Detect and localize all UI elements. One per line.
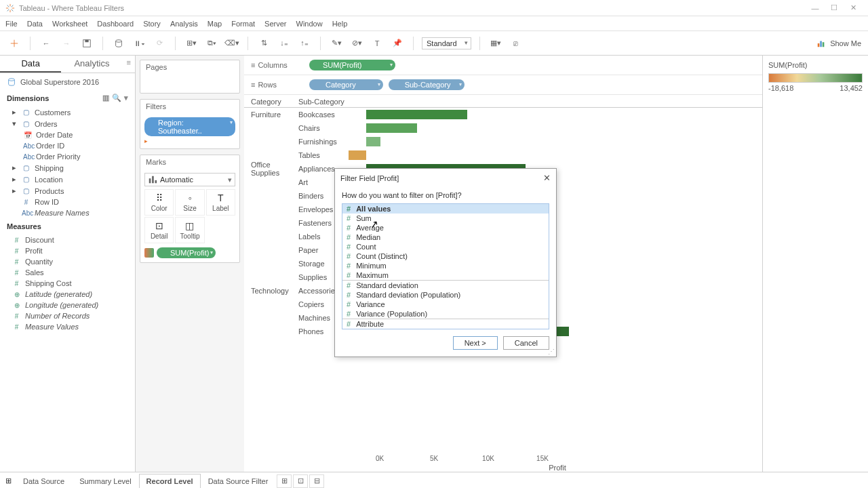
- header-category[interactable]: Category: [251, 98, 298, 106]
- dashboard-button[interactable]: ⎚: [509, 36, 524, 51]
- table-row[interactable]: Furnishings: [244, 135, 762, 148]
- marks-size[interactable]: ◦Size: [175, 189, 204, 216]
- datasource-tab-icon[interactable]: ⊞: [5, 476, 12, 485]
- meas-sales[interactable]: #Sales: [0, 267, 135, 278]
- group-button[interactable]: ⊘▾: [349, 36, 364, 51]
- swap-button[interactable]: ⇅: [256, 36, 271, 51]
- resize-grip-icon[interactable]: ⋰: [548, 348, 555, 355]
- pane-menu-icon[interactable]: ≡: [123, 56, 135, 73]
- meas-shipping-cost[interactable]: #Shipping Cost: [0, 278, 135, 289]
- dim-row-id[interactable]: #Row ID: [0, 197, 135, 207]
- refresh-button[interactable]: ⟳: [152, 36, 167, 51]
- dim-orders[interactable]: ▾▢Orders: [0, 118, 135, 129]
- mark-type-dropdown[interactable]: Automatic▾: [144, 173, 235, 186]
- header-subcategory[interactable]: Sub-Category: [298, 98, 353, 106]
- filter-option-all-values[interactable]: #All values: [342, 204, 549, 214]
- next-button[interactable]: Next >: [453, 336, 498, 350]
- close-button[interactable]: ✕: [844, 1, 863, 15]
- save-button[interactable]: [79, 36, 94, 51]
- back-button[interactable]: ←: [39, 36, 54, 51]
- clear-button[interactable]: ⌫▾: [224, 36, 239, 51]
- cancel-button[interactable]: Cancel: [503, 336, 549, 350]
- pause-refresh-button[interactable]: ⏸▾: [132, 36, 146, 51]
- presentation-button[interactable]: ▦▾: [488, 36, 503, 51]
- filter-option-maximum[interactable]: #Maximum: [342, 270, 549, 280]
- dim-location[interactable]: ▸▢Location: [0, 174, 135, 185]
- showme-icon[interactable]: [816, 39, 826, 48]
- filter-option-variance[interactable]: #Variance: [342, 300, 549, 309]
- dialog-close-button[interactable]: ✕: [543, 173, 551, 183]
- meas-measure-values[interactable]: #Measure Values: [0, 321, 135, 332]
- datasource-item[interactable]: Global Superstore 2016: [0, 73, 135, 91]
- meas-longitude-generated-[interactable]: ⊕Longitude (generated): [0, 300, 135, 310]
- filter-pill-region[interactable]: Region: Southeaster..: [144, 117, 235, 136]
- meas-discount[interactable]: #Discount: [0, 235, 135, 245]
- duplicate-button[interactable]: ⧉▾: [204, 36, 219, 51]
- menu-map[interactable]: Map: [208, 20, 222, 28]
- dim-products[interactable]: ▸▢Products: [0, 185, 135, 197]
- new-datasource-button[interactable]: [111, 36, 126, 51]
- sheet-tab-summary-level[interactable]: Summary Level: [72, 474, 138, 489]
- filter-option-median[interactable]: #Median: [342, 232, 549, 242]
- new-worksheet-button[interactable]: ⊞▾: [184, 36, 199, 51]
- filters-shelf[interactable]: Filters Region: Southeaster.. ▸: [140, 99, 240, 149]
- tab-analytics[interactable]: Analytics: [61, 56, 122, 73]
- menu-server[interactable]: Server: [264, 20, 286, 28]
- menu-story[interactable]: Story: [143, 20, 161, 28]
- dim-measure-names[interactable]: AbcMeasure Names: [0, 207, 135, 218]
- new-dashboard-tab[interactable]: ⊡: [293, 474, 308, 488]
- filter-option-standard-deviation[interactable]: #Standard deviation: [342, 281, 549, 290]
- filter-option-sum[interactable]: #Sum: [342, 214, 549, 223]
- dim-shipping[interactable]: ▸▢Shipping: [0, 162, 135, 174]
- filter-option-standard-deviation-population-[interactable]: #Standard deviation (Population): [342, 290, 549, 300]
- dim-order-date[interactable]: 📅Order Date: [0, 129, 135, 140]
- meas-profit[interactable]: #Profit: [0, 245, 135, 256]
- marks-label[interactable]: TLabel: [206, 189, 235, 216]
- menu-format[interactable]: Format: [231, 20, 255, 28]
- sort-desc-button[interactable]: ↑₌: [297, 36, 312, 51]
- rows-pill-subcategory[interactable]: Sub-Category: [389, 79, 465, 90]
- label-button[interactable]: T: [370, 36, 384, 51]
- table-row[interactable]: Tables: [244, 148, 762, 162]
- dim-customers[interactable]: ▸▢Customers: [0, 106, 135, 118]
- sort-asc-button[interactable]: ↓₌: [277, 36, 292, 51]
- showme-button[interactable]: Show Me: [830, 39, 861, 47]
- table-row[interactable]: Chairs: [244, 121, 762, 135]
- filter-option-attribute[interactable]: #Attribute: [342, 319, 549, 329]
- forward-button[interactable]: →: [59, 36, 74, 51]
- menu-data[interactable]: Data: [27, 20, 43, 28]
- meas-number-of-records[interactable]: #Number of Records: [0, 310, 135, 321]
- meas-latitude-generated-[interactable]: ⊕Latitude (generated): [0, 289, 135, 300]
- pages-shelf[interactable]: Pages: [140, 60, 240, 94]
- columns-shelf[interactable]: ≡Columns SUM(Profit): [244, 56, 762, 75]
- filter-option-minimum[interactable]: #Minimum: [342, 261, 549, 270]
- tableau-icon[interactable]: [7, 36, 22, 51]
- highlight-button[interactable]: ✎▾: [329, 36, 344, 51]
- marks-pill-sum-profit[interactable]: SUM(Profit): [157, 247, 216, 258]
- pin-button[interactable]: 📌: [390, 36, 405, 51]
- rows-shelf[interactable]: ≡Rows Category Sub-Category: [244, 75, 762, 95]
- menu-dashboard[interactable]: Dashboard: [97, 20, 134, 28]
- filter-option-variance-population-[interactable]: #Variance (Population): [342, 309, 549, 319]
- dim-order-priority[interactable]: AbcOrder Priority: [0, 151, 135, 162]
- menu-window[interactable]: Window: [296, 20, 323, 28]
- meas-quantity[interactable]: #Quantity: [0, 256, 135, 267]
- filter-option-count-distinct-[interactable]: #Count (Distinct): [342, 251, 549, 261]
- columns-pill-sum-profit[interactable]: SUM(Profit): [309, 60, 395, 70]
- table-row[interactable]: FurnitureBookcases: [244, 108, 762, 121]
- marks-detail[interactable]: ⊡Detail: [144, 217, 174, 243]
- search-icon[interactable]: 🔍: [112, 94, 121, 102]
- pane-dropdown-icon[interactable]: ▾: [124, 94, 128, 102]
- marks-color[interactable]: ⠿Color: [144, 189, 174, 216]
- menu-file[interactable]: File: [5, 20, 18, 28]
- maximize-button[interactable]: ☐: [825, 1, 844, 15]
- filter-option-count[interactable]: #Count: [342, 242, 549, 251]
- tab-data[interactable]: Data: [0, 56, 61, 73]
- marks-tooltip[interactable]: ◫Tooltip: [175, 217, 204, 243]
- rows-pill-category[interactable]: Category: [309, 79, 383, 90]
- sheet-tab-record-level[interactable]: Record Level: [139, 474, 201, 489]
- filter-option-average[interactable]: #Average: [342, 223, 549, 232]
- color-legend[interactable]: SUM(Profit) -18,618 13,452: [763, 56, 868, 472]
- sheet-tab-data-source-filter[interactable]: Data Source Filter: [201, 474, 276, 489]
- dim-order-id[interactable]: AbcOrder ID: [0, 140, 135, 151]
